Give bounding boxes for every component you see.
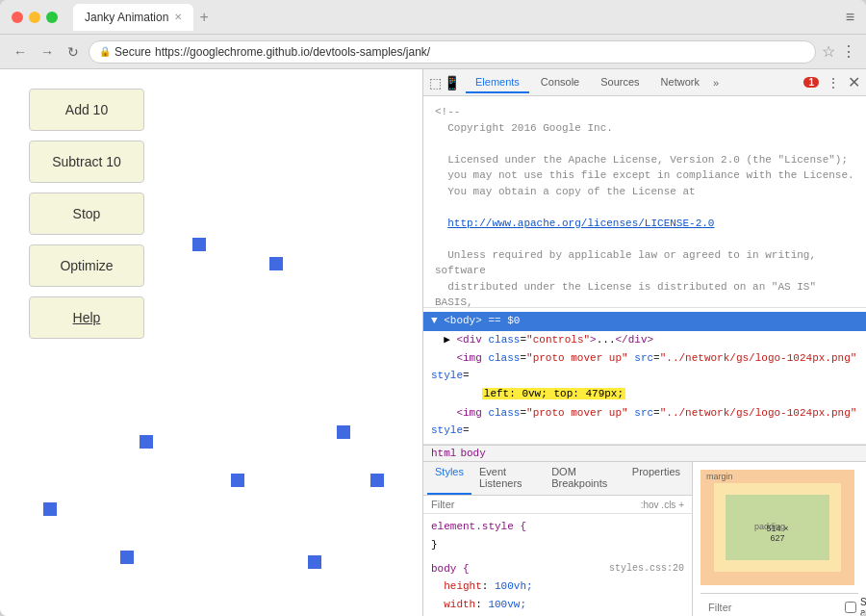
computed-filter-input[interactable] — [708, 602, 841, 613]
more-tabs-icon[interactable]: » — [713, 77, 719, 89]
tab-elements[interactable]: Elements — [466, 72, 529, 93]
dom-img-row2[interactable]: <img class="proto mover up" src="../netw… — [423, 404, 866, 440]
secure-label: Secure — [115, 45, 151, 59]
forward-button[interactable]: → — [37, 42, 58, 62]
new-tab-button[interactable]: + — [199, 9, 208, 26]
tab-bar: Janky Animation ✕ + — [73, 4, 838, 31]
maximize-button[interactable] — [46, 12, 58, 23]
comment-disclaimer2: distributed under the License is distrib… — [435, 279, 854, 309]
comment-line: <!-- — [435, 104, 854, 120]
animated-square — [337, 425, 350, 439]
help-label: Help — [73, 310, 101, 325]
css-prop-width: width: 100vw; — [431, 596, 684, 614]
minimize-button[interactable] — [29, 12, 40, 23]
browser-window: Janky Animation ✕ + ≡ ← → ↻ 🔒 Secure htt… — [0, 0, 866, 616]
devtools-close-icon[interactable]: ✕ — [848, 73, 860, 91]
devtools-settings-icon[interactable]: ⋮ — [825, 73, 842, 92]
styles-tabs: Styles Event Listeners DOM Breakpoints P… — [423, 462, 692, 496]
close-button[interactable] — [12, 12, 23, 23]
comment-license2: you may not use this file except in comp… — [435, 167, 854, 184]
filter-input[interactable] — [431, 499, 635, 510]
animated-square — [120, 551, 134, 564]
animated-square — [140, 435, 153, 449]
animated-square — [269, 257, 283, 270]
show-all-checkbox[interactable] — [845, 602, 856, 613]
styles-left: Styles Event Listeners DOM Breakpoints P… — [423, 462, 693, 616]
browser-tab[interactable]: Janky Animation ✕ — [73, 4, 193, 31]
url-text: https://googlechrome.github.io/devtools-… — [155, 45, 430, 59]
css-source-body1: styles.css:20 — [609, 560, 684, 578]
dom-highlight-row[interactable]: left: 0vw; top: 479px; — [423, 385, 866, 404]
comment-license: Licensed under the Apache License, Versi… — [435, 152, 854, 168]
comment-copyright: Copyright 2016 Google Inc. — [435, 120, 854, 137]
styles-tab-dom-breakpoints[interactable]: DOM Breakpoints — [544, 462, 624, 495]
animated-square — [308, 555, 321, 569]
styles-filter: :hov .cls + — [423, 496, 692, 514]
help-button[interactable]: Help — [29, 296, 144, 339]
subtract10-button[interactable]: Subtract 10 — [29, 141, 144, 183]
css-selector: element.style { — [431, 518, 684, 536]
css-rule-body1: body { styles.css:20 height: 100vh; widt… — [431, 560, 684, 616]
browser-menu-icon[interactable]: ⋮ — [841, 42, 856, 61]
page-buttons: Add 10 Subtract 10 Stop Optimize Help — [29, 89, 144, 339]
devtools-toolbar: ⬚ 📱 Elements Console Sources Network » 1… — [423, 69, 866, 96]
add10-button[interactable]: Add 10 — [29, 89, 144, 131]
tab-close-icon[interactable]: ✕ — [174, 12, 182, 22]
computed-filter: Show all — [700, 593, 858, 616]
tab-network[interactable]: Network — [651, 72, 709, 93]
devtools-actions: 1 ⋮ ✕ — [803, 73, 860, 92]
reload-button[interactable]: ↻ — [64, 42, 83, 62]
apache-link: http://www.apache.org/licenses/LICENSE-2… — [435, 216, 854, 232]
styles-content: element.style { } body { styles.css:20 h… — [423, 514, 692, 616]
box-size: 514 × 627 — [764, 524, 791, 543]
tab-console[interactable]: Console — [531, 72, 589, 93]
html-source: <!-- Copyright 2016 Google Inc. Licensed… — [423, 96, 866, 308]
tab-title: Janky Animation — [85, 11, 168, 24]
box-model-panel: margin border padding 514 × 627 — [693, 462, 866, 616]
main-content: Add 10 Subtract 10 Stop Optimize Help ⬚ — [0, 69, 866, 616]
styles-tab-styles[interactable]: Styles — [427, 462, 471, 495]
animated-square — [370, 474, 384, 487]
filter-pseudo: :hov .cls + — [641, 500, 684, 510]
bookmark-icon[interactable]: ☆ — [822, 42, 835, 61]
css-prop-height: height: 100vh; — [431, 578, 684, 596]
secure-icon: 🔒 — [99, 46, 111, 57]
title-bar: Janky Animation ✕ + ≡ — [0, 0, 866, 35]
dom-img-row1[interactable]: <img class="proto mover up" src="../netw… — [423, 349, 866, 385]
breadcrumb-body[interactable]: body — [460, 448, 485, 459]
dom-body-row[interactable]: ▼ <body> == $0 — [423, 312, 866, 331]
margin-label: margin — [706, 472, 733, 481]
styles-panel: Styles Event Listeners DOM Breakpoints P… — [423, 462, 866, 616]
device-icon[interactable]: 📱 — [444, 75, 460, 90]
show-all-label: Show all — [860, 597, 866, 616]
comment-disclaimer: Unless required by applicable law or agr… — [435, 247, 854, 279]
tab-menu-icon[interactable]: ≡ — [846, 9, 854, 26]
url-bar[interactable]: 🔒 Secure https://googlechrome.github.io/… — [89, 40, 816, 64]
css-rule-element: element.style { } — [431, 518, 684, 553]
dom-breadcrumb: html body — [423, 445, 866, 462]
styles-tab-properties[interactable]: Properties — [624, 462, 688, 495]
inspect-icon[interactable]: ⬚ — [429, 75, 442, 90]
devtools-panel: ⬚ 📱 Elements Console Sources Network » 1… — [423, 69, 866, 616]
animated-square — [231, 474, 244, 487]
page-area: Add 10 Subtract 10 Stop Optimize Help — [0, 69, 423, 616]
css-closing: } — [431, 536, 684, 554]
address-bar: ← → ↻ 🔒 Secure https://googlechrome.gith… — [0, 35, 866, 69]
breadcrumb-html[interactable]: html — [431, 448, 456, 459]
css-rule-header: body { styles.css:20 — [431, 560, 684, 578]
stop-button[interactable]: Stop — [29, 192, 144, 235]
computed-section: Show all display block ... — [700, 593, 858, 616]
dom-div-row[interactable]: ▶ <div class="controls">...</div> — [423, 331, 866, 350]
box-model: margin border padding 514 × 627 — [700, 470, 854, 585]
optimize-button[interactable]: Optimize — [29, 244, 144, 287]
box-padding: padding 514 × 627 — [726, 495, 829, 560]
traffic-lights — [12, 12, 58, 23]
comment-license3: You may obtain a copy of the License at — [435, 184, 854, 200]
back-button[interactable]: ← — [10, 42, 31, 62]
error-badge: 1 — [803, 77, 819, 88]
tab-sources[interactable]: Sources — [591, 72, 649, 93]
dom-tree: ▼ <body> == $0 ▶ <div class="controls">.… — [423, 308, 866, 445]
styles-tab-event-listeners[interactable]: Event Listeners — [471, 462, 544, 495]
animated-square — [192, 238, 206, 251]
animated-square — [43, 502, 57, 516]
